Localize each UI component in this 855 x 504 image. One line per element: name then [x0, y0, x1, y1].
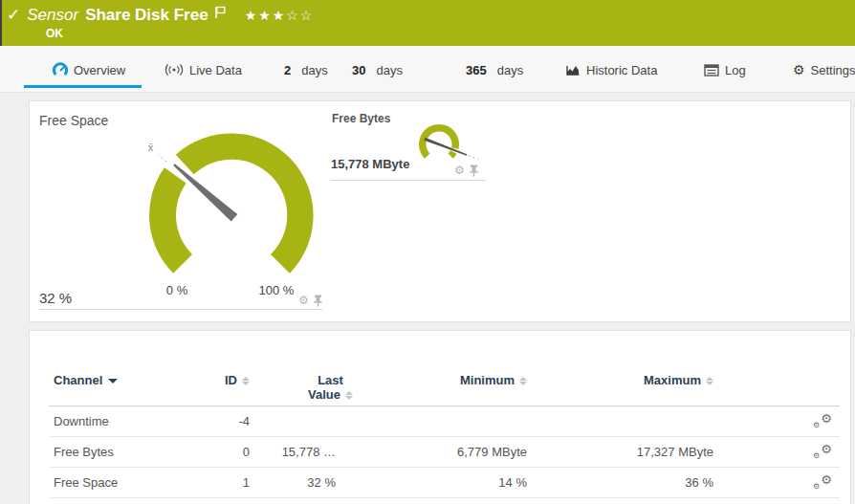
tab-30-days[interactable]: 30days	[352, 61, 403, 78]
gauge-scale-min-label: 0 %	[156, 283, 198, 297]
divider	[39, 309, 322, 310]
column-header-minimum[interactable]: Minimum	[336, 369, 527, 405]
tab-2-days[interactable]: 2days	[284, 61, 328, 78]
free-space-value: 32 %	[39, 290, 72, 306]
table-row[interactable]: Free Space 1 32 % 14 % 36 % ⚙⚙	[49, 467, 840, 497]
free-bytes-value: 15,778 MByte	[331, 157, 409, 171]
tab-historic-data-label: Historic Data	[586, 63, 657, 77]
sort-icon	[345, 391, 353, 400]
tab-live-data-label: Live Data	[189, 63, 242, 77]
channel-settings-icon[interactable]: ⚙⚙	[813, 412, 832, 427]
tab-settings-label: Settings	[811, 63, 855, 77]
sensor-header: ✓ Sensor Share Disk Free ★★★☆☆ OK	[0, 0, 855, 46]
gauge-settings-gear-icon[interactable]: ⚙	[454, 164, 465, 176]
channel-id: -4	[173, 405, 250, 436]
channel-last-value: 15,778 …	[250, 436, 336, 467]
channel-last-value: 32 %	[250, 467, 336, 497]
object-type-label: Sensor	[27, 6, 78, 25]
log-icon	[704, 64, 719, 77]
channel-settings-icon[interactable]: ⚙⚙	[813, 473, 832, 489]
gauge-scale-max-label: 100 %	[255, 283, 297, 297]
pin-icon[interactable]	[313, 295, 323, 307]
channel-last-value	[250, 405, 336, 436]
channels-table: Channel ID Last Value Minimum Maximum	[49, 369, 840, 498]
tab-bar: Overview Live Data 2days 30days 365days …	[0, 46, 855, 93]
channel-maximum	[527, 405, 713, 436]
prtg-sensor-page: ✓ Sensor Share Disk Free ★★★☆☆ OK Overvi…	[0, 0, 855, 504]
channel-id: 1	[173, 467, 250, 497]
svg-text:x̄: x̄	[148, 142, 154, 153]
sort-icon	[519, 377, 527, 385]
tab-historic-data[interactable]: Historic Data	[565, 61, 657, 78]
gauge-icon	[53, 62, 68, 77]
sensor-title: Share Disk Free	[85, 6, 208, 25]
active-tab-indicator	[24, 85, 142, 88]
sensor-status-badge: OK	[46, 27, 63, 40]
tab-settings[interactable]: ⚙ Settings	[793, 61, 855, 78]
tab-overview-label: Overview	[74, 63, 125, 77]
sort-icon	[242, 377, 250, 385]
column-header-id[interactable]: ID	[173, 369, 250, 405]
table-row[interactable]: Free Bytes 0 15,778 … 6,779 MByte 17,327…	[49, 436, 840, 467]
gauges-panel: Free Space x̄ 0 % 100 % 32 % ⚙ Free Byte…	[29, 100, 851, 322]
channel-maximum: 17,327 MByte	[527, 436, 713, 467]
channel-minimum	[336, 405, 527, 436]
gauge-settings-gear-icon[interactable]: ⚙	[298, 295, 309, 306]
divider	[331, 180, 486, 181]
table-header-row: Channel ID Last Value Minimum Maximum	[49, 369, 840, 405]
sort-desc-icon	[108, 379, 118, 383]
column-header-maximum[interactable]: Maximum	[527, 369, 713, 405]
gear-icon: ⚙	[793, 63, 805, 77]
table-row[interactable]: Downtime -4 ⚙⚙	[49, 405, 840, 436]
column-header-last-value[interactable]: Last Value	[250, 369, 336, 405]
channel-settings-icon[interactable]: ⚙⚙	[813, 443, 832, 458]
channel-minimum: 14 %	[336, 467, 527, 497]
channel-name[interactable]: Free Bytes	[49, 436, 173, 467]
tab-overview[interactable]: Overview	[53, 61, 125, 78]
column-header-channel[interactable]: Channel	[49, 369, 173, 405]
column-header-actions	[713, 369, 840, 405]
live-data-icon	[164, 63, 184, 77]
status-check-icon: ✓	[7, 5, 20, 25]
window-edge	[0, 0, 2, 46]
channel-maximum: 36 %	[527, 467, 713, 497]
free-space-gauge-title: Free Space	[39, 113, 108, 128]
flag-icon[interactable]	[214, 6, 226, 19]
channel-name[interactable]: Downtime	[49, 405, 173, 436]
chart-icon	[565, 63, 581, 77]
channel-id: 0	[173, 436, 250, 467]
sort-icon	[706, 377, 713, 385]
channels-panel: Channel ID Last Value Minimum Maximum	[29, 330, 851, 504]
tab-log-label: Log	[725, 63, 746, 77]
tab-365-days[interactable]: 365days	[466, 61, 523, 78]
channel-name[interactable]: Free Space	[49, 467, 173, 497]
priority-stars[interactable]: ★★★☆☆	[245, 8, 315, 23]
free-space-gauge: x̄	[140, 116, 340, 288]
tab-live-data[interactable]: Live Data	[164, 61, 242, 78]
free-bytes-gauge-title: Free Bytes	[332, 112, 390, 125]
pin-icon[interactable]	[469, 164, 479, 177]
tab-log[interactable]: Log	[704, 61, 746, 78]
channel-minimum: 6,779 MByte	[336, 436, 527, 467]
